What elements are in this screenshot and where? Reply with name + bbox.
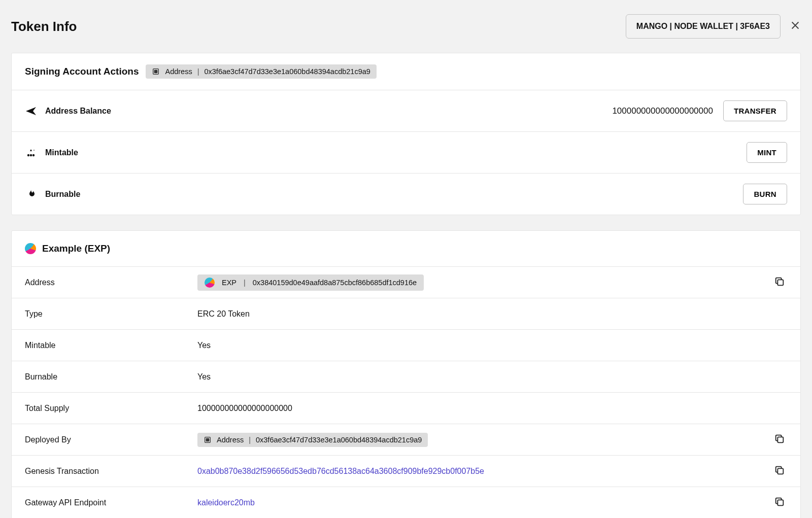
deployed-address-chip: Address | 0x3f6ae3cf47d7d33e3e1a060bd483… — [197, 433, 428, 447]
address-icon — [204, 436, 212, 444]
wallet-badge[interactable]: MANGO | NODE WALLET | 3F6AE3 — [626, 14, 781, 39]
svg-rect-9 — [777, 468, 783, 474]
token-supply-label: Total Supply — [25, 404, 197, 413]
token-genesis-row: Genesis Transaction 0xab0b870e38d2f59665… — [12, 456, 800, 487]
token-deployed-label: Deployed By — [25, 435, 197, 444]
token-details-card: Example (EXP) Address EXP | 0x3840159d0e… — [11, 230, 801, 518]
svg-rect-1 — [155, 70, 157, 73]
svg-point-2 — [27, 154, 29, 156]
burnable-row: Burnable BURN — [12, 174, 800, 215]
token-type-value: ERC 20 Token — [197, 309, 787, 319]
token-symbol: EXP — [222, 279, 236, 287]
svg-rect-5 — [777, 280, 783, 285]
svg-point-3 — [30, 154, 32, 156]
token-deployed-row: Deployed By Address | 0x3f6ae3cf47d7d33e… — [12, 424, 800, 456]
token-gateway-row: Gateway API Endpoint kaleidoerc20mb — [12, 487, 800, 518]
close-button[interactable] — [790, 20, 801, 33]
token-supply-row: Total Supply 100000000000000000000 — [12, 393, 800, 424]
copy-icon — [774, 465, 785, 476]
signing-actions-card: Signing Account Actions Address | 0x3f6a… — [11, 53, 801, 215]
svg-point-4 — [32, 154, 35, 156]
burn-icon — [25, 188, 45, 200]
token-card-header: Example (EXP) — [12, 231, 800, 267]
token-type-row: Type ERC 20 Token — [12, 298, 800, 330]
svg-rect-10 — [777, 500, 783, 505]
signing-address-value: 0x3f6ae3cf47d7d33e3e1a060bd48394acdb21c9… — [204, 67, 370, 76]
transfer-button[interactable]: TRANSFER — [723, 100, 787, 121]
mint-icon — [25, 147, 45, 159]
copy-gateway-button[interactable] — [772, 494, 787, 511]
deployed-address-value: 0x3f6ae3cf47d7d33e3e1a060bd48394acdb21c9… — [256, 436, 422, 444]
burnable-label: Burnable — [45, 190, 80, 199]
signing-address-label: Address — [165, 67, 192, 76]
token-address-row: Address EXP | 0x3840159d0e49aafd8a875cbc… — [12, 267, 800, 298]
token-gateway-value[interactable]: kaleidoerc20mb — [197, 498, 772, 507]
send-icon — [25, 105, 45, 117]
copy-icon — [774, 496, 785, 507]
balance-row: Address Balance 100000000000000000000 TR… — [12, 90, 800, 132]
mintable-row: Mintable MINT — [12, 132, 800, 174]
address-icon — [152, 67, 160, 76]
token-logo-icon — [205, 278, 215, 288]
signing-title: Signing Account Actions — [25, 66, 139, 77]
balance-label: Address Balance — [45, 107, 111, 116]
copy-address-button[interactable] — [772, 274, 787, 291]
token-supply-value: 100000000000000000000 — [197, 404, 787, 413]
mint-button[interactable]: MINT — [747, 142, 787, 163]
token-address-label: Address — [25, 278, 197, 287]
deployed-address-label: Address — [217, 436, 244, 444]
token-burnable-label: Burnable — [25, 372, 197, 382]
copy-deployed-button[interactable] — [772, 431, 787, 448]
copy-icon — [774, 276, 785, 287]
copy-icon — [774, 433, 785, 444]
token-type-label: Type — [25, 309, 197, 319]
token-mintable-row: Mintable Yes — [12, 330, 800, 361]
token-gateway-label: Gateway API Endpoint — [25, 498, 197, 507]
page-header: Token Info MANGO | NODE WALLET | 3F6AE3 — [11, 0, 801, 53]
copy-genesis-button[interactable] — [772, 463, 787, 480]
token-title: Example (EXP) — [42, 243, 110, 254]
token-mintable-label: Mintable — [25, 341, 197, 350]
svg-rect-7 — [206, 438, 209, 441]
close-icon — [790, 20, 801, 31]
signing-address-chip: Address | 0x3f6ae3cf47d7d33e3e1a060bd483… — [146, 64, 376, 79]
page-title: Token Info — [11, 19, 77, 34]
token-genesis-label: Genesis Transaction — [25, 467, 197, 476]
token-burnable-value: Yes — [197, 372, 787, 382]
token-logo-icon — [25, 243, 36, 254]
mintable-label: Mintable — [45, 148, 78, 157]
burn-button[interactable]: BURN — [743, 184, 787, 204]
token-mintable-value: Yes — [197, 341, 787, 350]
svg-rect-8 — [777, 437, 783, 442]
signing-card-header: Signing Account Actions Address | 0x3f6a… — [12, 53, 800, 90]
token-genesis-value[interactable]: 0xab0b870e38d2f596656d53edb76cd56138ac64… — [197, 467, 772, 476]
token-address-chip: EXP | 0x3840159d0e49aafd8a875cbcf86b685d… — [197, 274, 424, 291]
token-burnable-row: Burnable Yes — [12, 361, 800, 393]
token-address-value: 0x3840159d0e49aafd8a875cbcf86b685df1cd91… — [253, 279, 417, 287]
balance-value: 100000000000000000000 — [612, 106, 713, 116]
